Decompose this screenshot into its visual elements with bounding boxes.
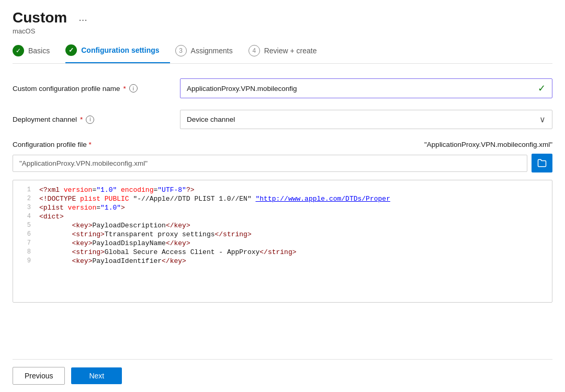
profile-name-value: ApplicationProxy.VPN.mobileconfig: [187, 85, 297, 93]
configuration-check-icon: ✓: [65, 44, 77, 56]
page-title: Custom: [13, 9, 67, 26]
code-editor[interactable]: 1 <?xml version="1.0" encoding="UTF-8"?>…: [13, 180, 552, 303]
line-num-8: 8: [13, 248, 39, 256]
line-num-3: 3: [13, 204, 39, 211]
profile-name-required: *: [123, 85, 126, 93]
deployment-channel-label: Deployment channel * i: [13, 116, 180, 124]
tab-configuration-label: Configuration settings: [81, 46, 159, 54]
line-content-7: <key>PayloadDisplayName</key>: [39, 239, 552, 247]
code-line-3: 3 <plist version="1.0">: [13, 203, 552, 212]
config-file-label: Configuration profile file *: [13, 141, 180, 148]
profile-name-label: Custom configuration profile name * i: [13, 84, 180, 93]
tab-assignments-label: Assignments: [191, 47, 233, 55]
code-line-7: 7 <key>PayloadDisplayName</key>: [13, 239, 552, 248]
line-content-2: <!DOCTYPE plist PUBLIC "-//Apple//DTD PL…: [39, 195, 552, 203]
line-content-6: <string>Ttransparent proxy settings</str…: [39, 230, 552, 238]
line-num-9: 9: [13, 257, 39, 264]
tab-basics[interactable]: ✓ Basics: [13, 40, 60, 63]
profile-name-info-icon[interactable]: i: [129, 84, 138, 93]
tab-basics-label: Basics: [28, 47, 50, 55]
profile-name-input-wrapper: ApplicationProxy.VPN.mobileconfig ✓: [180, 78, 552, 98]
review-number: 4: [248, 45, 260, 56]
profile-name-row: Custom configuration profile name * i Ap…: [13, 78, 552, 98]
code-line-8: 8 <string>Global Secure Access Client - …: [13, 248, 552, 257]
file-input-row: "ApplicationProxy.VPN.mobileconfig.xml": [13, 154, 552, 172]
assignments-number: 3: [175, 45, 187, 56]
line-num-2: 2: [13, 195, 39, 202]
code-line-4: 4 <dict>: [13, 212, 552, 221]
line-num-6: 6: [13, 230, 39, 238]
code-line-9: 9 <key>PayloadIdentifier</key>: [13, 257, 552, 266]
form-section: Custom configuration profile name * i Ap…: [13, 78, 552, 355]
page-subtitle: macOS: [13, 27, 87, 35]
config-file-row: Configuration profile file * "Applicatio…: [13, 141, 552, 148]
tab-configuration[interactable]: ✓ Configuration settings: [65, 39, 170, 63]
profile-name-check-icon: ✓: [538, 83, 546, 94]
file-input-box: "ApplicationProxy.VPN.mobileconfig.xml": [13, 155, 527, 172]
line-content-3: <plist version="1.0">: [39, 204, 552, 212]
code-line-5: 5 <key>PayloadDescription</key>: [13, 221, 552, 230]
more-options-icon[interactable]: ···: [78, 14, 87, 26]
code-line-2: 2 <!DOCTYPE plist PUBLIC "-//Apple//DTD …: [13, 194, 552, 203]
page-container: Custom ··· macOS ✓ Basics ✓ Configuratio…: [0, 0, 565, 392]
tab-review[interactable]: 4 Review + create: [248, 40, 327, 63]
line-num-1: 1: [13, 186, 39, 193]
folder-icon: [537, 158, 547, 168]
line-content-9: <key>PayloadIdentifier</key>: [39, 257, 552, 265]
code-line-6: 6 <string>Ttransparent proxy settings</s…: [13, 230, 552, 239]
nav-tabs: ✓ Basics ✓ Configuration settings 3 Assi…: [13, 39, 552, 64]
basics-check-icon: ✓: [13, 45, 24, 56]
deployment-channel-required: *: [80, 116, 83, 123]
code-line-1: 1 <?xml version="1.0" encoding="UTF-8"?>: [13, 186, 552, 194]
deployment-channel-select[interactable]: Device channel ∨: [180, 110, 552, 129]
next-button[interactable]: Next: [71, 367, 122, 384]
line-num-4: 4: [13, 213, 39, 220]
line-num-7: 7: [13, 239, 39, 247]
code-lines: 1 <?xml version="1.0" encoding="UTF-8"?>…: [13, 180, 552, 271]
line-content-8: <string>Global Secure Access Client - Ap…: [39, 248, 552, 256]
chevron-down-icon: ∨: [539, 114, 546, 124]
deployment-channel-row: Deployment channel * i Device channel ∨: [13, 110, 552, 129]
deployment-channel-select-wrapper: Device channel ∨: [180, 110, 552, 129]
deployment-channel-value: Device channel: [187, 116, 235, 123]
line-num-5: 5: [13, 222, 39, 229]
config-file-required: *: [89, 141, 92, 148]
previous-button[interactable]: Previous: [13, 367, 65, 385]
file-upload-button[interactable]: [532, 154, 552, 172]
header: Custom ··· macOS: [13, 9, 552, 35]
tab-review-label: Review + create: [264, 47, 317, 55]
config-file-name-right: "ApplicationProxy.VPN.mobileconfig.xml": [180, 141, 552, 148]
deployment-channel-info-icon[interactable]: i: [86, 116, 94, 124]
footer: Previous Next: [13, 359, 552, 392]
tab-assignments[interactable]: 3 Assignments: [175, 40, 243, 63]
line-content-5: <key>PayloadDescription</key>: [39, 222, 552, 229]
line-content-1: <?xml version="1.0" encoding="UTF-8"?>: [39, 186, 552, 194]
line-content-4: <dict>: [39, 213, 552, 221]
profile-name-input[interactable]: ApplicationProxy.VPN.mobileconfig ✓: [180, 78, 552, 98]
